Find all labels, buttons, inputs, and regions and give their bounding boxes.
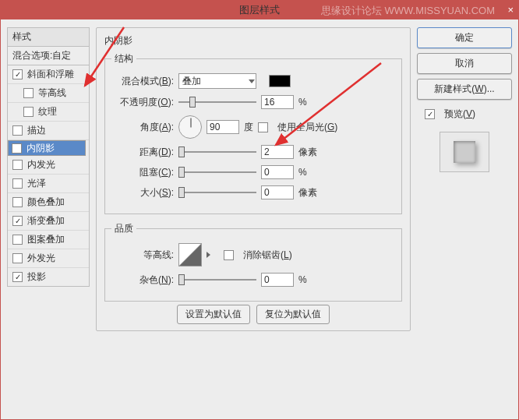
style-label: 图案叠加 — [27, 233, 65, 246]
style-label: 描边 — [27, 124, 46, 137]
style-label: 投影 — [27, 270, 46, 284]
angle-input[interactable] — [207, 120, 239, 134]
style-row-0[interactable]: ✓斜面和浮雕 — [8, 65, 89, 84]
styles-sidebar: 样式 混合选项:自定 ✓斜面和浮雕等高线纹理描边✓内阴影内发光光泽颜色叠加✓渐变… — [7, 27, 90, 411]
quality-group: 品质 等高线: 消除锯齿(L) 杂色(N): % — [104, 222, 402, 302]
style-checkbox[interactable] — [12, 253, 23, 263]
structure-group: 结构 混合模式(B): 叠加 不透明度(O): % 角度(A): 度 使用全局光… — [104, 52, 402, 214]
opacity-slider[interactable] — [178, 96, 256, 108]
style-checkbox[interactable] — [23, 88, 34, 98]
sidebar-header[interactable]: 样式 — [7, 27, 90, 47]
size-label: 大小(S): — [111, 186, 174, 199]
style-label: 颜色叠加 — [27, 196, 65, 209]
style-row-4[interactable]: ✓内阴影 — [8, 140, 86, 156]
style-label: 等高线 — [38, 86, 66, 100]
noise-label: 杂色(N): — [111, 274, 174, 287]
antialias-label: 消除锯齿(L) — [243, 249, 292, 262]
pct-unit2: % — [298, 167, 307, 178]
structure-legend: 结构 — [111, 52, 136, 65]
style-row-2[interactable]: 纹理 — [8, 103, 89, 122]
chevron-down-icon — [249, 79, 255, 83]
blend-mode-label: 混合模式(B): — [111, 75, 174, 88]
style-checkbox[interactable]: ✓ — [12, 272, 23, 282]
preview-checkbox[interactable]: ✓ — [425, 109, 435, 119]
style-label: 内阴影 — [26, 142, 55, 155]
cancel-button[interactable]: 取消 — [417, 53, 512, 74]
pct-unit3: % — [298, 274, 307, 285]
deg-unit: 度 — [244, 121, 253, 134]
opacity-label: 不透明度(O): — [111, 96, 174, 109]
blend-options-row[interactable]: 混合选项:自定 — [7, 47, 90, 65]
distance-input[interactable] — [261, 145, 294, 159]
style-checkbox[interactable]: ✓ — [12, 69, 23, 79]
pct-unit: % — [298, 97, 307, 108]
settings-panel: 内阴影 结构 混合模式(B): 叠加 不透明度(O): % 角度(A): 度 使… — [96, 27, 411, 331]
size-input[interactable] — [261, 185, 294, 199]
style-label: 渐变叠加 — [27, 214, 65, 228]
preview-box — [440, 132, 489, 172]
angle-label: 角度(A): — [111, 121, 174, 134]
style-checkbox[interactable] — [12, 125, 23, 136]
blend-mode-select[interactable]: 叠加 — [178, 73, 256, 89]
new-style-button[interactable]: 新建样式(W)... — [417, 79, 512, 100]
shadow-color-swatch[interactable] — [269, 75, 291, 87]
contour-label: 等高线: — [111, 249, 174, 262]
style-label: 内发光 — [27, 158, 55, 171]
noise-slider[interactable] — [178, 274, 256, 286]
noise-input[interactable] — [261, 273, 294, 287]
style-label: 外发光 — [27, 252, 55, 265]
style-row-10[interactable]: 外发光 — [8, 249, 89, 268]
style-checkbox[interactable] — [12, 178, 23, 189]
global-light-checkbox[interactable] — [258, 122, 268, 132]
style-row-8[interactable]: ✓渐变叠加 — [8, 212, 89, 231]
choke-input[interactable] — [261, 165, 294, 179]
choke-label: 阻塞(C): — [111, 166, 174, 179]
style-label: 斜面和浮雕 — [27, 68, 74, 81]
style-label: 纹理 — [38, 105, 57, 118]
style-label: 光泽 — [27, 177, 46, 190]
style-row-1[interactable]: 等高线 — [8, 84, 89, 103]
dialog-title: 图层样式 — [239, 3, 280, 17]
ok-button[interactable]: 确定 — [417, 27, 512, 48]
global-light-label: 使用全局光(G) — [277, 121, 337, 134]
style-row-6[interactable]: 光泽 — [8, 175, 89, 193]
style-checkbox[interactable]: ✓ — [12, 143, 22, 154]
antialias-checkbox[interactable] — [224, 250, 234, 260]
angle-dial[interactable] — [178, 115, 202, 139]
opacity-input[interactable] — [261, 95, 294, 109]
quality-legend: 品质 — [111, 222, 136, 235]
distance-slider[interactable] — [178, 146, 256, 158]
choke-slider[interactable] — [178, 166, 256, 178]
size-slider[interactable] — [178, 186, 256, 199]
style-checkbox[interactable] — [12, 160, 23, 170]
style-row-11[interactable]: ✓投影 — [8, 268, 89, 286]
panel-heading: 内阴影 — [104, 34, 402, 48]
px-unit: 像素 — [298, 146, 317, 159]
style-checkbox[interactable]: ✓ — [12, 216, 23, 226]
make-default-button[interactable]: 设置为默认值 — [177, 305, 250, 324]
style-row-3[interactable]: 描边 — [8, 122, 89, 140]
style-row-9[interactable]: 图案叠加 — [8, 231, 89, 249]
titlebar: 图层样式 思缘设计论坛 WWW.MISSYUAN.COM × — [1, 1, 518, 19]
watermark: 思缘设计论坛 WWW.MISSYUAN.COM — [321, 4, 495, 18]
contour-picker[interactable] — [178, 243, 202, 266]
style-row-7[interactable]: 颜色叠加 — [8, 193, 89, 212]
style-checkbox[interactable] — [12, 235, 23, 245]
style-checkbox[interactable] — [23, 107, 34, 117]
px-unit2: 像素 — [298, 186, 317, 199]
close-icon[interactable]: × — [507, 4, 514, 16]
preview-label: 预览(V) — [444, 108, 475, 121]
style-checkbox[interactable] — [12, 197, 23, 207]
distance-label: 距离(D): — [111, 146, 174, 159]
style-row-5[interactable]: 内发光 — [8, 156, 89, 175]
reset-default-button[interactable]: 复位为默认值 — [256, 305, 330, 324]
